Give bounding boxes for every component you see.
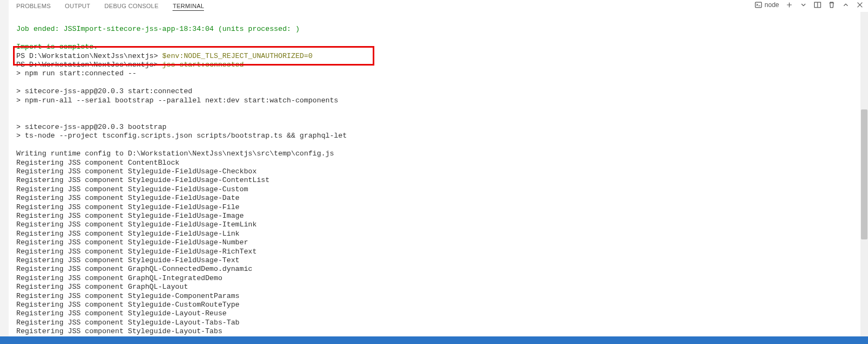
prompt-path: PS D:\Workstation\NextJss\nextjs>	[16, 61, 162, 69]
terminal-scrollbar[interactable]	[860, 12, 868, 336]
svg-rect-0	[756, 2, 762, 8]
term-line: Registering JSS component Styleguide-Fie…	[16, 256, 240, 264]
tab-output[interactable]: OUTPUT	[65, 2, 91, 10]
term-line: Registering JSS component Styleguide-Lay…	[16, 319, 240, 327]
term-line: Registering JSS component Styleguide-Fie…	[16, 176, 270, 184]
panel: PROBLEMS OUTPUT DEBUG CONSOLE TERMINAL n…	[9, 0, 868, 336]
term-line: Registering JSS component Styleguide-Fie…	[16, 194, 240, 202]
term-line: Registering JSS component Styleguide-Fie…	[16, 212, 244, 220]
term-line: PS D:\Workstation\NextJss\nextjs> $env:N…	[16, 52, 312, 60]
term-line: Registering JSS component Styleguide-Lay…	[16, 309, 227, 317]
shell-label: node	[764, 1, 779, 9]
prompt-path: PS D:\Workstation\NextJss\nextjs>	[16, 52, 162, 60]
terminal-icon	[755, 1, 762, 9]
term-line: Registering JSS component GraphQL-Integr…	[16, 274, 222, 282]
term-line: Registering JSS component Styleguide-Fie…	[16, 248, 257, 256]
term-line: Registering JSS component ContentBlock	[16, 159, 180, 167]
panel-tabs: PROBLEMS OUTPUT DEBUG CONSOLE TERMINAL	[9, 0, 868, 12]
term-line: Registering JSS component Styleguide-Com…	[16, 292, 240, 300]
new-terminal-icon[interactable]	[786, 1, 793, 9]
term-line: > ts-node --project tsconfig.scripts.jso…	[16, 132, 347, 140]
activity-bar	[0, 0, 9, 344]
close-panel-icon[interactable]	[856, 1, 864, 9]
term-line: > sitecore-jss-app@20.0.3 bootstrap	[16, 123, 167, 131]
maximize-panel-icon[interactable]	[842, 1, 850, 9]
prompt-command: jss start:connected	[162, 61, 244, 69]
term-line: Registering JSS component Styleguide-Cus…	[16, 301, 240, 309]
term-line: Job ended: JSSImport-sitecore-jss-app-18…	[16, 25, 299, 33]
term-line: Registering JSS component Styleguide-Fie…	[16, 203, 240, 211]
term-line: Registering JSS component Styleguide-Fie…	[16, 230, 240, 238]
prompt-command: $env:NODE_TLS_REJECT_UNAUTHORIZED=0	[162, 52, 312, 60]
split-terminal-icon[interactable]	[814, 1, 821, 9]
term-line: Writing runtime config to D:\Workstation…	[16, 150, 334, 158]
shell-selector[interactable]: node	[755, 1, 779, 9]
term-line: Registering JSS component GraphQL-Connec…	[16, 265, 252, 273]
split-dropdown-icon[interactable]	[800, 1, 807, 9]
tab-debug-console[interactable]: DEBUG CONSOLE	[105, 2, 159, 10]
tab-terminal[interactable]: TERMINAL	[173, 2, 204, 11]
tab-problems[interactable]: PROBLEMS	[16, 2, 51, 10]
term-line: Import is complete.	[16, 43, 98, 51]
term-line: Registering JSS component Styleguide-Lay…	[16, 327, 222, 335]
term-line: > npm run start:connected --	[16, 69, 137, 77]
term-line: Registering JSS component Styleguide-Fie…	[16, 185, 248, 193]
term-line: PS D:\Workstation\NextJss\nextjs> jss st…	[16, 61, 244, 69]
terminal-actions: node	[755, 1, 864, 9]
term-line: Registering JSS component GraphQL-Layout	[16, 283, 188, 291]
terminal-output[interactable]: Job ended: JSSImport-sitecore-jss-app-18…	[16, 16, 853, 336]
kill-terminal-icon[interactable]	[828, 1, 835, 9]
scrollbar-thumb[interactable]	[861, 109, 867, 239]
status-bar[interactable]	[0, 336, 868, 344]
term-line: > npm-run-all --serial bootstrap --paral…	[16, 96, 339, 105]
term-line: Registering JSS component Styleguide-Fie…	[16, 167, 257, 176]
term-line: Registering JSS component Styleguide-Fie…	[16, 220, 257, 229]
term-line: Registering JSS component Styleguide-Fie…	[16, 238, 248, 246]
term-line: > sitecore-jss-app@20.0.3 start:connecte…	[16, 87, 192, 95]
